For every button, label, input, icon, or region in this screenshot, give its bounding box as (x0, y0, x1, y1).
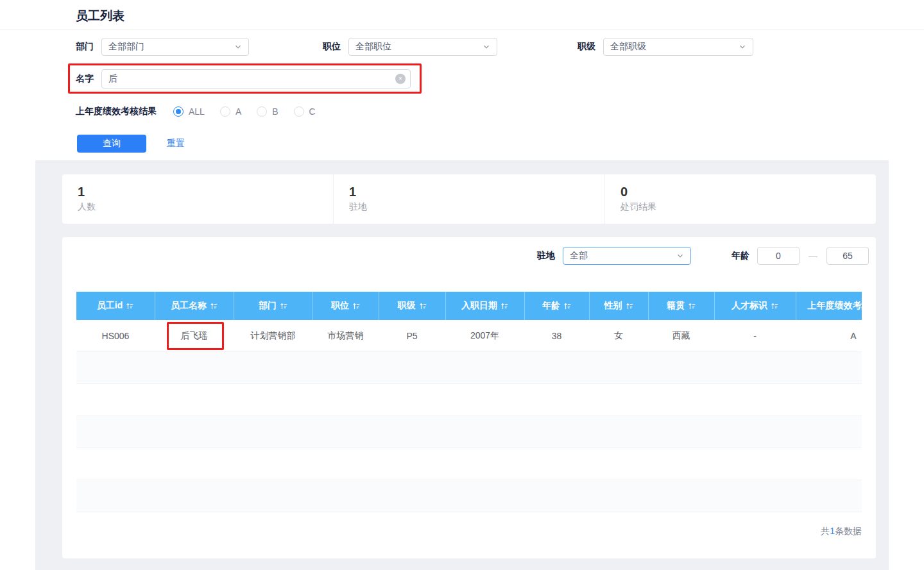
sort-icon (688, 302, 696, 310)
age-max-input[interactable] (826, 247, 869, 265)
name-label: 名字 (76, 73, 94, 85)
column-header-5[interactable]: 入职日期 (445, 292, 524, 320)
name-filter: 名字 × (76, 70, 411, 88)
position-select[interactable]: 全部职位 (348, 38, 497, 56)
level-select[interactable]: 全部职级 (603, 38, 753, 56)
department-label: 部门 (76, 41, 94, 53)
station-select-value: 全部 (570, 250, 588, 262)
table-footer: 共1条数据 (821, 526, 862, 537)
sort-icon (771, 302, 779, 310)
table-empty-row (76, 384, 862, 416)
table-empty-row (76, 416, 862, 448)
column-header-8[interactable]: 籍贯 (648, 292, 714, 320)
chevron-down-icon (739, 43, 746, 51)
stat-value: 0 (620, 183, 876, 200)
column-header-label: 部门 (259, 300, 277, 312)
radio-option-a[interactable]: A (220, 106, 241, 117)
page-title: 员工列表 (76, 8, 124, 24)
column-header-6[interactable]: 年龄 (524, 292, 589, 320)
department-filter: 部门 全部部门 (76, 38, 249, 56)
age-label: 年龄 (732, 250, 749, 262)
sort-icon (501, 302, 509, 310)
performance-label: 上年度绩效考核结果 (76, 106, 157, 117)
column-header-label: 员工名称 (171, 300, 207, 312)
column-header-1[interactable]: 员工名称 (155, 292, 234, 320)
column-header-3[interactable]: 职位 (312, 292, 379, 320)
radio-circle (173, 106, 184, 117)
chevron-down-icon (234, 43, 242, 51)
title-divider (0, 29, 924, 30)
stats-card: 1 人数 1 驻地 0 处罚结果 (62, 174, 876, 224)
reset-link[interactable]: 重置 (167, 138, 185, 149)
department-select[interactable]: 全部部门 (101, 38, 249, 56)
performance-filter: 上年度绩效考核结果 ALLABC (76, 103, 316, 121)
column-header-label: 员工id (97, 300, 123, 312)
department-select-value: 全部部门 (108, 41, 144, 53)
performance-radio-group: ALLABC (164, 106, 316, 117)
sort-icon (419, 302, 427, 310)
table-empty-row (76, 448, 862, 480)
radio-label: ALL (189, 106, 205, 117)
stat-headcount: 1 人数 (62, 174, 333, 224)
stat-label: 处罚结果 (620, 201, 876, 213)
chevron-down-icon (483, 43, 490, 51)
column-header-label: 职级 (398, 300, 416, 312)
stat-station: 1 驻地 (333, 174, 604, 224)
column-header-label: 人才标识 (732, 300, 767, 312)
table-cell: 38 (524, 331, 589, 341)
sort-icon (126, 302, 134, 310)
sort-icon (626, 302, 634, 310)
table-cell: 西藏 (648, 330, 714, 342)
column-header-4[interactable]: 职级 (379, 292, 445, 320)
radio-label: C (309, 106, 316, 117)
level-filter: 职级 全部职级 (578, 38, 753, 56)
footer-suffix: 条数据 (835, 526, 862, 536)
table-cell: 市场营销 (312, 330, 379, 342)
station-select[interactable]: 全部 (563, 247, 691, 265)
station-label: 驻地 (537, 250, 555, 262)
footer-count: 1 (830, 526, 835, 536)
clear-input-icon[interactable]: × (395, 74, 406, 84)
search-button[interactable]: 查询 (77, 135, 146, 153)
column-header-label: 性别 (604, 300, 622, 312)
age-filter: 年龄 — (732, 247, 869, 265)
sort-icon (210, 302, 218, 310)
age-min-input[interactable] (757, 247, 800, 265)
footer-prefix: 共 (821, 526, 830, 536)
age-range-separator: — (809, 251, 817, 261)
position-select-value: 全部职位 (355, 41, 391, 53)
level-label: 职级 (578, 41, 595, 53)
column-header-0[interactable]: 员工id (76, 292, 155, 320)
radio-option-all[interactable]: ALL (173, 106, 205, 117)
table-card: 驻地 全部 年龄 — 员工id员工名称部门职 (62, 237, 876, 558)
stat-label: 驻地 (349, 201, 604, 213)
column-header-label: 籍贯 (667, 300, 685, 312)
radio-option-b[interactable]: B (257, 106, 278, 117)
column-header-9[interactable]: 人才标识 (714, 292, 796, 320)
name-input[interactable] (101, 69, 411, 88)
position-filter: 职位 全部职位 (323, 38, 497, 56)
employee-list-page: 员工列表 部门 全部部门 职位 全部职位 职级 全部职级 名字 (0, 0, 924, 570)
table-controls: 驻地 全部 年龄 — (62, 247, 876, 265)
level-select-value: 全部职级 (610, 41, 646, 53)
column-header-10[interactable]: 上年度绩效考核结果 (796, 292, 862, 320)
table-body: HS006后飞瑶计划营销部市场营销P52007年38女西藏-A (76, 320, 862, 512)
table-cell: - (714, 331, 796, 341)
employee-table: 员工id员工名称部门职位职级入职日期年龄性别籍贯人才标识上年度绩效考核结果 HS… (76, 292, 862, 512)
table-row[interactable]: HS006后飞瑶计划营销部市场营销P52007年38女西藏-A (76, 320, 862, 352)
station-filter: 驻地 全部 (537, 247, 691, 265)
column-header-2[interactable]: 部门 (234, 292, 312, 320)
sort-icon (352, 302, 361, 310)
table-cell: 2007年 (445, 330, 524, 342)
column-header-7[interactable]: 性别 (589, 292, 648, 320)
radio-circle (294, 106, 304, 117)
stat-punishment: 0 处罚结果 (604, 174, 876, 224)
table-header-row: 员工id员工名称部门职位职级入职日期年龄性别籍贯人才标识上年度绩效考核结果 (76, 292, 862, 320)
stat-value: 1 (349, 183, 604, 200)
table-cell: P5 (379, 331, 445, 341)
radio-option-c[interactable]: C (294, 106, 316, 117)
table-cell: A (796, 331, 862, 341)
table-cell: 计划营销部 (234, 330, 312, 342)
table-empty-row (76, 352, 862, 384)
sort-icon (563, 302, 572, 310)
